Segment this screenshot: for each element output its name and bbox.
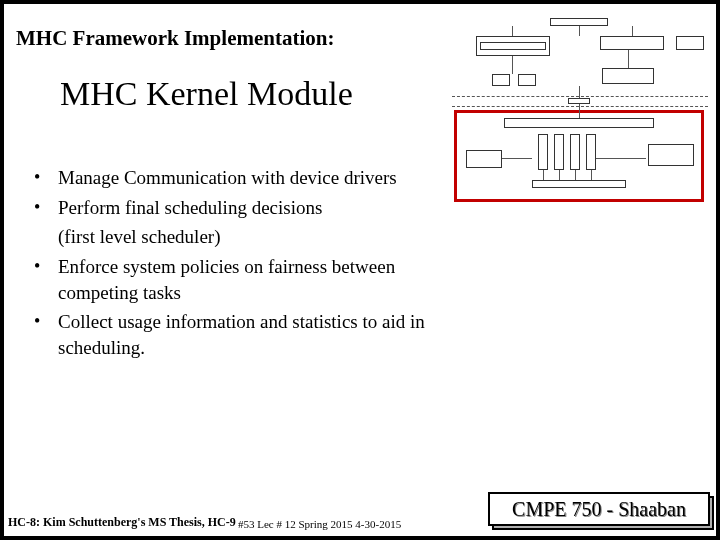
bullet-item: Collect usage information and statistics…	[34, 309, 456, 360]
bullet-list-continued: Enforce system policies on fairness betw…	[34, 254, 456, 361]
footer-citation: HC-8: Kim Schuttenberg's MS Thesis, HC-9	[8, 515, 236, 530]
course-badge: CMPE 750 - Shaaban	[488, 492, 710, 526]
pre-title: MHC Framework Implementation:	[16, 26, 456, 51]
bullet-subline: (first level scheduler)	[58, 224, 456, 250]
slide-text-column: MHC Framework Implementation: MHC Kernel…	[16, 26, 456, 364]
bullet-list: Manage Communication with device drivers…	[34, 165, 456, 220]
bullet-item: Manage Communication with device drivers	[34, 165, 456, 191]
footer-lecture-info: #53 Lec # 12 Spring 2015 4-30-2015	[238, 518, 401, 530]
bullet-item: Enforce system policies on fairness betw…	[34, 254, 456, 305]
course-badge-label: CMPE 750 - Shaaban	[512, 498, 686, 520]
bullet-item: Perform final scheduling decisions	[34, 195, 456, 221]
main-title: MHC Kernel Module	[60, 75, 456, 113]
architecture-diagram	[452, 18, 708, 208]
